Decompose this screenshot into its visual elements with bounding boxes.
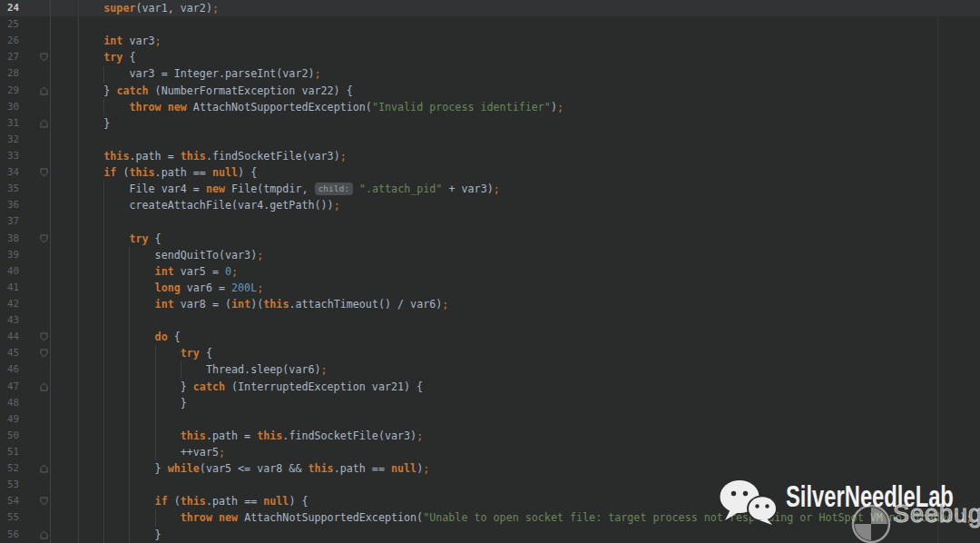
code-text[interactable]: super(var1, var2);	[53, 0, 980, 16]
line-number[interactable]: 31	[0, 115, 19, 132]
code-area[interactable]: 24 super(var1, var2);2526 int var3;27 tr…	[0, 0, 980, 543]
line-number[interactable]: 29	[0, 83, 19, 99]
code-line-row[interactable]: 42 int var8 = (int)(this.attachTimeout()…	[0, 296, 980, 312]
code-text[interactable]	[53, 312, 980, 329]
code-text[interactable]: } catch (NumberFormatException var22) {	[53, 83, 980, 99]
code-line-row[interactable]: 52 } while(var5 <= var8 && this.path == …	[0, 460, 980, 477]
line-number[interactable]: 39	[0, 247, 19, 263]
line-number[interactable]: 32	[0, 132, 19, 148]
line-number[interactable]: 56	[0, 527, 19, 543]
code-text[interactable]: try {	[53, 345, 980, 361]
code-line-row[interactable]: 34 if (this.path == null) {	[0, 164, 980, 181]
code-text[interactable]	[53, 16, 980, 33]
code-text[interactable]: ++var5;	[53, 444, 980, 460]
code-text[interactable]: if (this.path == null) {	[53, 493, 980, 509]
line-number[interactable]: 38	[0, 231, 19, 247]
fold-end-icon[interactable]	[40, 119, 48, 128]
code-text[interactable]: createAttachFile(var4.getPath());	[53, 197, 980, 213]
code-line-row[interactable]: 43	[0, 312, 980, 329]
line-number[interactable]: 41	[0, 280, 19, 296]
line-number[interactable]: 49	[0, 411, 19, 428]
line-number[interactable]: 50	[0, 428, 19, 444]
line-number[interactable]: 44	[0, 329, 19, 345]
code-line-row[interactable]: 36 createAttachFile(var4.getPath());	[0, 197, 980, 213]
code-text[interactable]: long var6 = 200L;	[53, 280, 980, 296]
code-text[interactable]	[53, 132, 980, 148]
line-number[interactable]: 37	[0, 213, 19, 230]
code-text[interactable]: throw new AttachNotSupportedException("I…	[53, 99, 980, 115]
code-line-row[interactable]: 48 }	[0, 395, 980, 411]
code-line-row[interactable]: 50 this.path = this.findSocketFile(var3)…	[0, 428, 980, 444]
line-number[interactable]: 28	[0, 65, 19, 82]
line-number[interactable]: 30	[0, 99, 19, 115]
code-line-row[interactable]: 28 var3 = Integer.parseInt(var2);	[0, 65, 980, 82]
code-line-row[interactable]: 55 throw new AttachNotSupportedException…	[0, 509, 980, 526]
code-line-row[interactable]: 41 long var6 = 200L;	[0, 280, 980, 296]
line-number[interactable]: 35	[0, 181, 19, 197]
code-line-row[interactable]: 47 } catch (InterruptedException var21) …	[0, 379, 980, 395]
code-line-row[interactable]: 39 sendQuitTo(var3);	[0, 247, 980, 263]
fold-expanded-icon[interactable]	[40, 53, 48, 62]
line-number[interactable]: 53	[0, 477, 19, 493]
code-line-row[interactable]: 25	[0, 16, 980, 33]
code-text[interactable]: }	[53, 395, 980, 411]
code-text[interactable]: File var4 = new File(tmpdir, child: ".at…	[53, 181, 980, 197]
code-line-row[interactable]: 45 try {	[0, 345, 980, 361]
line-number[interactable]: 40	[0, 263, 19, 280]
code-line-row[interactable]: 46 Thread.sleep(var6);	[0, 361, 980, 378]
fold-end-icon[interactable]	[40, 382, 48, 391]
code-line-row[interactable]: 33 this.path = this.findSocketFile(var3)…	[0, 148, 980, 164]
parameter-hint-badge[interactable]: child:	[315, 183, 353, 195]
code-line-row[interactable]: 35 File var4 = new File(tmpdir, child: "…	[0, 181, 980, 197]
line-number[interactable]: 36	[0, 197, 19, 213]
code-text[interactable]: } catch (InterruptedException var21) {	[53, 379, 980, 395]
line-number[interactable]: 45	[0, 345, 19, 361]
line-number[interactable]: 46	[0, 361, 19, 378]
fold-expanded-icon[interactable]	[40, 349, 48, 358]
line-number[interactable]: 55	[0, 509, 19, 526]
fold-end-icon[interactable]	[40, 464, 48, 473]
code-text[interactable]: var3 = Integer.parseInt(var2);	[53, 65, 980, 82]
fold-expanded-icon[interactable]	[40, 234, 48, 243]
code-line-row[interactable]: 53	[0, 477, 980, 493]
line-number[interactable]: 51	[0, 444, 19, 460]
code-text[interactable]: }	[53, 115, 980, 132]
line-number[interactable]: 52	[0, 460, 19, 477]
line-number[interactable]: 33	[0, 148, 19, 164]
code-line-row[interactable]: 56 }	[0, 527, 980, 543]
code-text[interactable]: int var8 = (int)(this.attachTimeout() / …	[53, 296, 980, 312]
fold-expanded-icon[interactable]	[40, 168, 48, 177]
code-text[interactable]: try {	[53, 231, 980, 247]
code-text[interactable]: int var5 = 0;	[53, 263, 980, 280]
code-text[interactable]: this.path = this.findSocketFile(var3);	[53, 428, 980, 444]
fold-end-icon[interactable]	[40, 86, 48, 95]
line-number[interactable]: 47	[0, 379, 19, 395]
code-line-row[interactable]: 40 int var5 = 0;	[0, 263, 980, 280]
code-text[interactable]	[53, 477, 980, 493]
code-text[interactable]: this.path = this.findSocketFile(var3);	[53, 148, 980, 164]
line-number[interactable]: 25	[0, 16, 19, 33]
code-line-row[interactable]: 29 } catch (NumberFormatException var22)…	[0, 83, 980, 99]
code-text[interactable]: }	[53, 527, 980, 543]
code-line-row[interactable]: 54 if (this.path == null) {	[0, 493, 980, 509]
code-text[interactable]: do {	[53, 329, 980, 345]
code-line-row[interactable]: 26 int var3;	[0, 33, 980, 49]
code-line-row[interactable]: 30 throw new AttachNotSupportedException…	[0, 99, 980, 115]
line-number[interactable]: 48	[0, 395, 19, 411]
code-text[interactable]	[53, 411, 980, 428]
line-number[interactable]: 27	[0, 49, 19, 65]
fold-end-icon[interactable]	[40, 530, 48, 539]
code-line-row[interactable]: 24 super(var1, var2);	[0, 0, 980, 16]
code-text[interactable]	[53, 213, 980, 230]
line-number[interactable]: 42	[0, 296, 19, 312]
code-text[interactable]: if (this.path == null) {	[53, 164, 980, 181]
code-text[interactable]: int var3;	[53, 33, 980, 49]
code-text[interactable]: throw new AttachNotSupportedException("U…	[53, 509, 980, 526]
code-line-row[interactable]: 31 }	[0, 115, 980, 132]
code-text[interactable]: try {	[53, 49, 980, 65]
code-text[interactable]: } while(var5 <= var8 && this.path == nul…	[53, 460, 980, 477]
code-text[interactable]: Thread.sleep(var6);	[53, 361, 980, 378]
line-number[interactable]: 26	[0, 33, 19, 49]
code-line-row[interactable]: 49	[0, 411, 980, 428]
line-number[interactable]: 54	[0, 493, 19, 509]
